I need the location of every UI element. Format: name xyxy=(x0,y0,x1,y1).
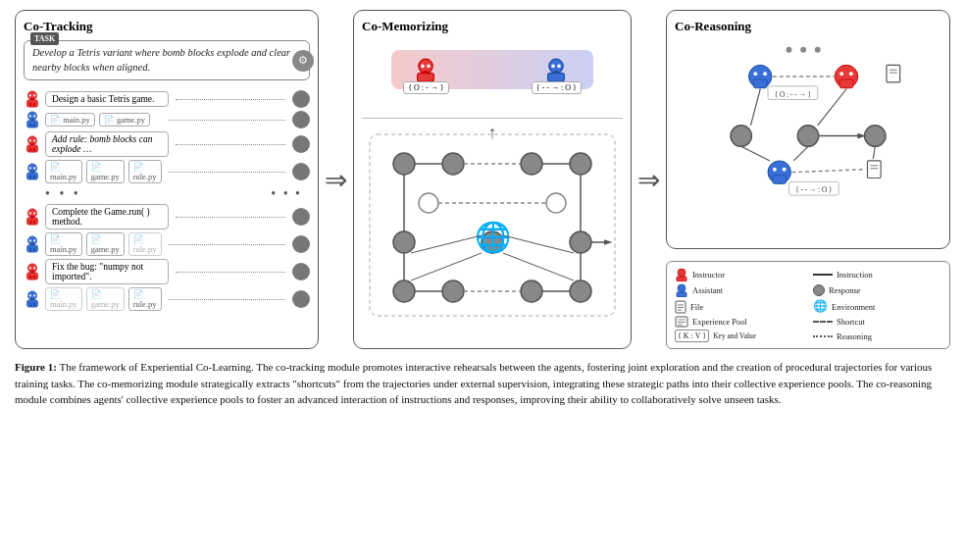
legend-reasoning: Reasoning xyxy=(813,330,941,342)
file-main4: 📄 main.py xyxy=(45,287,82,311)
ct-task-2: Add rule: bomb blocks can explode … xyxy=(45,131,169,157)
svg-rect-136 xyxy=(677,277,686,281)
svg-point-120 xyxy=(783,168,787,172)
svg-line-129 xyxy=(818,89,846,126)
ct-dotted-3 xyxy=(176,144,285,145)
ct-task-1: Design a basic Tetris game. xyxy=(45,91,169,107)
svg-rect-122 xyxy=(867,161,881,178)
ct-files-2: 📄 main.py 📄 game.py 📄 rule.py xyxy=(45,160,162,183)
svg-rect-65 xyxy=(554,71,559,73)
ct-dotted-2 xyxy=(169,120,285,121)
svg-point-69 xyxy=(521,153,542,175)
legend-reasoning-label: Reasoning xyxy=(837,331,872,341)
svg-line-132 xyxy=(873,146,875,159)
ct-files-1: 📄 main.py 📄 game.py xyxy=(45,113,162,127)
ct-row-8: 📄 main.py 📄 game.py 📄 rule.py xyxy=(24,287,310,311)
co-memorizing-title: Co-Memorizing xyxy=(362,19,623,34)
cm-top-section: { O : - → } { - - → : O } xyxy=(362,40,623,119)
legend-instructor: Instructor xyxy=(675,268,803,281)
legend-experience-label: Experience Pool xyxy=(692,317,747,327)
svg-point-45 xyxy=(33,268,35,270)
svg-text:{ - - → : O }: { - - → : O } xyxy=(795,185,832,194)
svg-rect-41 xyxy=(33,248,35,252)
assistant-icon-2 xyxy=(24,163,41,180)
legend-response-circle xyxy=(813,284,825,296)
legend-response: Response xyxy=(813,283,941,297)
svg-point-16 xyxy=(29,140,31,142)
ct-circle-2 xyxy=(292,111,310,128)
svg-point-70 xyxy=(570,153,591,175)
svg-point-58 xyxy=(422,65,426,69)
legend-environment: 🌐 Environment xyxy=(813,299,941,314)
task-label: TASK xyxy=(30,32,59,45)
legend-file: File xyxy=(675,299,803,314)
svg-rect-105 xyxy=(887,65,900,82)
ct-circle-1 xyxy=(292,90,310,108)
legend-globe-icon: 🌐 xyxy=(813,299,828,314)
svg-point-103 xyxy=(849,72,853,76)
task-box: TASK Develop a Tetris variant where bomb… xyxy=(24,40,310,80)
svg-rect-111 xyxy=(753,79,767,88)
file-game4: 📄 game.py xyxy=(86,287,125,311)
legend-environment-label: Environment xyxy=(832,302,875,312)
svg-line-94 xyxy=(411,253,482,280)
svg-rect-8 xyxy=(27,121,38,127)
co-reasoning-column: Co-Reasoning xyxy=(666,10,950,349)
svg-point-137 xyxy=(678,284,686,292)
svg-line-95 xyxy=(503,253,574,280)
svg-text:{ O : - - → }: { O : - - → } xyxy=(775,90,811,99)
svg-point-10 xyxy=(33,116,35,118)
svg-rect-25 xyxy=(30,171,34,173)
instructor-icon-3 xyxy=(24,208,41,226)
cm-network-svg: 🌐 xyxy=(362,125,623,321)
ct-dotted-5 xyxy=(176,217,285,218)
ct-row-1: Design a basic Tetris game. xyxy=(24,90,310,108)
file-main1: 📄 main.py xyxy=(45,113,95,127)
svg-rect-19 xyxy=(29,148,31,152)
svg-point-71 xyxy=(419,193,438,213)
legend-response-label: Response xyxy=(829,285,861,295)
legend-keyvalue-label: Key and Value xyxy=(713,331,756,340)
file-main2: 📄 main.py xyxy=(45,160,82,183)
svg-rect-62 xyxy=(548,74,565,81)
svg-point-80 xyxy=(570,280,591,302)
cm-bottom-section: ↑ 🌐 xyxy=(362,125,623,321)
file-rule2: 📄 rule.py xyxy=(128,232,162,256)
svg-point-119 xyxy=(773,168,777,172)
ct-row-5: Complete the Game.run( ) method. xyxy=(24,204,310,229)
assistant-icon-4 xyxy=(24,290,41,308)
svg-rect-53 xyxy=(30,298,34,300)
co-reasoning-title: Co-Reasoning xyxy=(675,19,941,34)
svg-rect-55 xyxy=(33,303,35,307)
svg-rect-143 xyxy=(676,317,687,327)
svg-point-72 xyxy=(546,193,566,213)
svg-rect-40 xyxy=(29,248,31,252)
svg-rect-138 xyxy=(677,292,686,297)
instructor-icon-1 xyxy=(24,90,41,108)
legend-dashed-line xyxy=(813,321,833,323)
svg-point-37 xyxy=(29,240,31,242)
svg-rect-11 xyxy=(30,119,34,121)
svg-rect-104 xyxy=(839,79,853,88)
ct-files-4: 📄 main.py 📄 game.py 📄 rule.py xyxy=(45,287,162,311)
legend-experience-icon xyxy=(675,316,688,328)
co-memorizing-panel: Co-Memorizing { O : - → } xyxy=(353,10,632,349)
gear-button[interactable]: ⚙ xyxy=(292,50,314,72)
legend-shortcut: Shortcut xyxy=(813,316,941,328)
legend-shortcut-label: Shortcut xyxy=(837,317,865,327)
file-rule3: 📄 rule.py xyxy=(128,287,162,311)
svg-rect-36 xyxy=(27,245,38,252)
co-tracking-title: Co-Tracking xyxy=(24,19,310,34)
instructor-icon-4 xyxy=(24,263,41,280)
assistant-icon-3 xyxy=(24,235,41,253)
svg-point-98 xyxy=(787,47,792,53)
cm-instructor-icon xyxy=(414,58,437,81)
cm-assistant-icon xyxy=(544,58,568,81)
svg-text:🌐: 🌐 xyxy=(475,220,512,255)
ct-task-3: Complete the Game.run( ) method. xyxy=(45,204,169,229)
legend-assistant-label: Assistant xyxy=(692,285,723,295)
svg-rect-15 xyxy=(27,145,38,152)
diagram-area: Co-Tracking TASK Develop a Tetris varian… xyxy=(15,10,950,349)
ct-circle-3 xyxy=(292,135,310,153)
svg-line-92 xyxy=(411,235,482,253)
